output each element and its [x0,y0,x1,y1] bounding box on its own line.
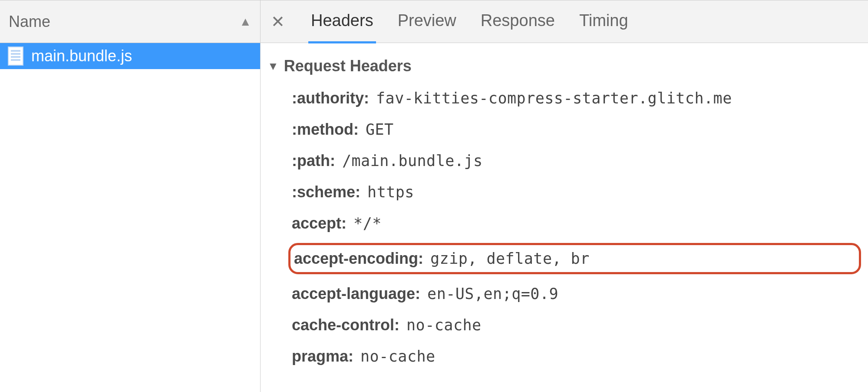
header-key: pragma: [292,347,353,365]
header-value: GET [366,121,394,138]
column-header-label: Name [9,13,50,31]
header-row[interactable]: accept:*/* [288,212,861,235]
file-icon [8,47,23,66]
header-value: gzip, deflate, br [430,250,590,267]
details-tabs: ✕ Headers Preview Response Timing [261,0,868,43]
tab-response[interactable]: Response [481,11,555,32]
header-row[interactable]: :scheme:https [288,180,861,204]
header-value: no-cache [406,316,482,334]
tab-headers[interactable]: Headers [311,11,373,32]
request-filename: main.bundle.js [31,47,132,65]
header-row[interactable]: :path:/main.bundle.js [288,149,861,173]
chevron-down-icon: ▼ [267,60,279,73]
header-value: fav-kitties-compress-starter.glitch.me [376,90,732,107]
header-key: accept: [292,214,347,233]
header-value: https [367,183,414,201]
request-row[interactable]: main.bundle.js [0,43,260,69]
header-key: accept-language: [292,285,420,303]
request-list-sidebar: Name ▲ main.bundle.js [0,0,261,392]
header-value: */* [353,215,382,232]
header-row[interactable]: cache-control:no-cache [288,313,861,337]
header-key: cache-control: [292,316,399,334]
header-value: en-US,en;q=0.9 [427,285,558,302]
request-headers-list: :authority:fav-kitties-compress-starter.… [267,86,861,368]
sort-ascending-icon: ▲ [239,15,251,29]
header-row[interactable]: :authority:fav-kitties-compress-starter.… [288,86,861,110]
close-icon[interactable]: ✕ [269,12,287,31]
header-row[interactable]: pragma:no-cache [288,345,861,368]
header-key: :path: [292,152,335,170]
column-header-name[interactable]: Name ▲ [0,0,260,43]
header-key: accept-encoding: [294,249,423,268]
tab-preview[interactable]: Preview [398,11,456,32]
header-row[interactable]: :method:GET [288,118,861,141]
header-key: :authority: [292,89,369,107]
header-key: :method: [292,120,359,139]
header-row[interactable]: accept-language:en-US,en;q=0.9 [288,282,861,306]
section-title: Request Headers [284,57,412,75]
tab-timing[interactable]: Timing [579,11,628,32]
header-key: :scheme: [292,183,360,201]
devtools-network-panel: Name ▲ main.bundle.js ✕ Headers Preview … [0,0,868,392]
header-row[interactable]: accept-encoding:gzip, deflate, br [288,243,861,274]
header-value: /main.bundle.js [342,152,483,169]
request-details-pane: ✕ Headers Preview Response Timing ▼ Requ… [261,0,868,392]
request-headers-toggle[interactable]: ▼ Request Headers [267,57,861,75]
header-value: no-cache [360,348,436,365]
headers-section: ▼ Request Headers :authority:fav-kitties… [261,43,868,385]
